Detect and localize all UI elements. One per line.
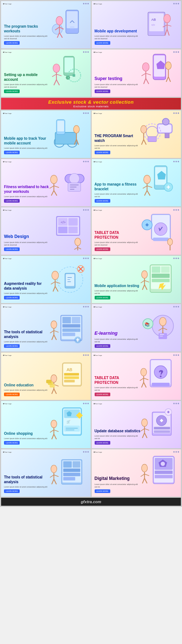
learn-btn-16[interactable]: LEARN MORE (95, 393, 110, 396)
logo-8: ⬟ Your Logo (94, 161, 102, 163)
svg-rect-208 (155, 470, 173, 474)
illus-13 (41, 304, 90, 351)
svg-rect-83 (68, 226, 78, 233)
logo-12: ⬟ Your Logo (94, 258, 102, 259)
learn-btn-6[interactable]: LEARN MORE (95, 151, 110, 154)
svg-rect-45 (58, 121, 64, 131)
svg-point-3 (56, 16, 63, 25)
svg-line-152 (52, 389, 54, 394)
banner-title: Exclusive stock & vector collection (48, 99, 134, 105)
svg-point-148 (51, 374, 57, 382)
illus-17: 🛒 (41, 401, 90, 448)
logo-10: ⬟ Your Logo (94, 209, 102, 211)
card-13: ⬟ Your Logo The tools of statist (1, 304, 91, 351)
svg-point-52 (162, 118, 169, 125)
svg-point-184 (142, 419, 147, 426)
svg-line-8 (59, 32, 62, 37)
svg-rect-194 (73, 461, 80, 468)
illus-7 (41, 159, 90, 206)
card-4: ⬟ Your Logo Super testing Lorem ipsum do… (92, 49, 181, 97)
main-grid: ⬟ Your Logo The program tracks workouts … (0, 0, 182, 507)
card-5: ⬟ Your Logo Mobile app to track Your mob… (1, 111, 91, 158)
svg-rect-183 (154, 430, 170, 433)
illus-4 (132, 49, 181, 97)
learn-btn-20[interactable]: LEARN MORE (95, 489, 110, 493)
svg-rect-10 (149, 13, 164, 31)
svg-line-189 (145, 433, 147, 438)
learn-btn-12[interactable]: LEARN MORE (95, 296, 110, 299)
learn-btn-15[interactable]: LEARN MORE (4, 393, 20, 396)
svg-rect-195 (63, 468, 80, 472)
svg-line-116 (142, 285, 145, 290)
learn-btn-3[interactable]: LEARN MORE (4, 90, 20, 93)
learn-btn-14[interactable]: LEARN MORE (95, 344, 110, 348)
svg-line-88 (78, 247, 81, 249)
learn-btn-2[interactable]: LEARN MORE (95, 41, 110, 45)
svg-point-22 (53, 64, 60, 72)
svg-rect-193 (63, 461, 72, 468)
logo-14: ⬟ Your Logo (94, 306, 102, 308)
banner-subtitle: Exclusive stock materials (74, 105, 109, 108)
learn-btn-8[interactable]: LEARN MORE (95, 199, 110, 203)
svg-rect-196 (63, 473, 80, 476)
card-14: ⬟ Your Logo 📚 E-learning Lorem ipsum dol… (92, 304, 181, 351)
learn-btn-17[interactable]: LEARN MORE (4, 441, 20, 445)
learn-btn-1[interactable]: LEARN MORE (4, 41, 20, 45)
logo-7: ⬟ Your Logo (3, 161, 12, 163)
learn-btn-18[interactable]: LEARN MORE (95, 441, 110, 445)
learn-btn-5[interactable]: LEARN MORE (4, 151, 20, 154)
svg-text:</>: </> (151, 23, 155, 26)
learn-btn-11[interactable]: LEARN MORE (4, 296, 20, 299)
svg-rect-55 (148, 136, 156, 142)
svg-line-18 (167, 29, 169, 36)
svg-line-128 (54, 330, 59, 332)
learn-btn-7[interactable]: LEARN MORE (4, 199, 20, 203)
svg-line-75 (145, 190, 147, 195)
svg-rect-109 (161, 266, 169, 273)
svg-rect-161 (152, 383, 170, 386)
logo-6: ⬟ Your Logo (94, 112, 102, 114)
learn-btn-19[interactable]: LEARN MORE (4, 489, 20, 493)
svg-rect-197 (63, 477, 75, 480)
logo-16: ⬟ Your Logo (94, 354, 102, 356)
learn-btn-10[interactable]: LEARN MORE (95, 247, 110, 251)
svg-line-188 (142, 433, 145, 438)
learn-btn-4[interactable]: LEARN MORE (95, 90, 110, 93)
card-12: ⬟ Your Logo Mobile application testing L… (92, 256, 181, 303)
svg-line-165 (143, 378, 148, 380)
svg-line-187 (145, 429, 149, 430)
svg-line-34 (146, 73, 151, 75)
svg-rect-156 (46, 379, 51, 383)
svg-point-94 (167, 238, 173, 245)
illus-5 (41, 111, 90, 158)
svg-line-212 (141, 474, 145, 476)
svg-line-201 (54, 475, 59, 477)
svg-line-129 (52, 335, 54, 340)
svg-line-17 (165, 29, 167, 36)
card-1: ⬟ Your Logo The program tracks workouts … (1, 1, 91, 48)
svg-line-101 (51, 282, 55, 284)
svg-point-37 (165, 61, 171, 69)
illus-20 (132, 449, 181, 497)
svg-rect-122 (63, 324, 80, 327)
banner: Exclusive stock & vector collection Excl… (1, 98, 181, 110)
card-7: ⬟ Your Logo Fitness wristband to hack yo… (1, 159, 91, 206)
svg-line-166 (142, 382, 144, 387)
svg-rect-123 (63, 328, 80, 331)
illus-9: </> (41, 207, 90, 255)
footer-logo: gfxtra.com (81, 500, 101, 504)
logo-19: ⬟ Your Logo (3, 451, 12, 453)
illus-19 (41, 449, 90, 497)
footer-domain: .com (92, 500, 101, 504)
svg-line-214 (142, 478, 145, 483)
learn-btn-9[interactable]: LEARN MORE (4, 247, 20, 251)
illus-2: AB </> (132, 1, 181, 48)
svg-rect-147 (64, 379, 75, 382)
svg-line-65 (50, 186, 54, 188)
illus-15: AB (41, 353, 90, 400)
svg-rect-146 (64, 376, 79, 379)
learn-btn-13[interactable]: LEARN MORE (4, 344, 20, 348)
card-18: ⬟ Your Logo Update database statistics (92, 401, 181, 448)
svg-rect-145 (64, 373, 79, 375)
card-15: ⬟ Your Logo AB Online education (1, 353, 91, 400)
